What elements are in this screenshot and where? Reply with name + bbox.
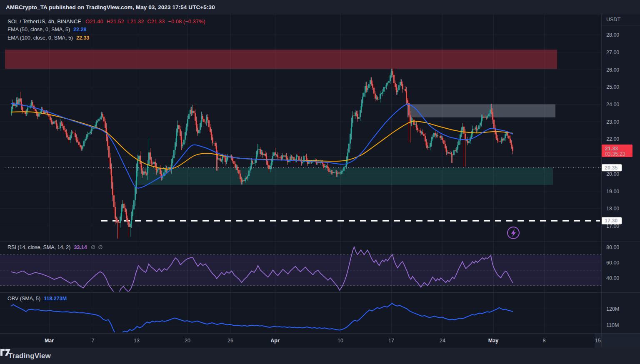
date-label: May bbox=[488, 338, 498, 344]
ema100-label[interactable]: EMA (100, close, 0, SMA, 5) bbox=[8, 35, 73, 41]
ema50-value: 22.28 bbox=[73, 27, 86, 32]
ohlc-change: −0.08 (−0.37%) bbox=[168, 18, 205, 25]
ema50-label[interactable]: EMA (50, close, 0, SMA, 5) bbox=[8, 27, 70, 32]
ema100-line bbox=[11, 112, 513, 169]
level-label-2035: 20.35 bbox=[602, 164, 622, 171]
last-price-label: 21.3303:35:23 bbox=[602, 145, 632, 157]
tradingview-logo-icon[interactable] bbox=[0, 348, 11, 357]
price-tick-label: 27.00 bbox=[606, 50, 619, 55]
rsi-tick-label: 40.00 bbox=[606, 275, 619, 281]
price-tick-label: 22.00 bbox=[606, 136, 619, 142]
price-tick-label: 26.00 bbox=[606, 67, 619, 73]
obv-value: 118.273M bbox=[44, 296, 67, 302]
rsi-value: 33.14 bbox=[74, 244, 87, 250]
lightning-icon bbox=[511, 229, 516, 237]
obv-line bbox=[11, 303, 513, 334]
symbol-title[interactable]: SOL / TetherUS, 4h, BINANCE bbox=[8, 18, 81, 25]
rsi-tick-label: 60.00 bbox=[606, 260, 619, 266]
attribution-bar: AMBCrypto_TA published on TradingView.co… bbox=[0, 0, 640, 15]
rsi-legend[interactable]: RSI (14, close, SMA, 14, 2) 33.14 ∅ ∅ bbox=[8, 244, 102, 250]
branding-bar: TradingView bbox=[0, 348, 640, 364]
red-resistance-zone bbox=[5, 50, 557, 69]
date-label: 26 bbox=[228, 338, 233, 344]
date-label: 24 bbox=[440, 338, 445, 344]
obv-legend[interactable]: OBV (SMA, 5) 118.273M bbox=[8, 296, 67, 302]
attribution-text: AMBCrypto_TA published on TradingView.co… bbox=[6, 4, 215, 10]
date-label: Mar bbox=[45, 338, 54, 344]
obv-tick-label: 120M bbox=[606, 306, 619, 312]
ema50-legend-row[interactable]: EMA (50, close, 0, SMA, 5) 22.28 bbox=[8, 25, 209, 34]
rsi-tick-label: 80.00 bbox=[606, 244, 619, 250]
ohlc-low: L21.32 bbox=[128, 18, 144, 25]
ohlc-high: H21.52 bbox=[107, 18, 124, 25]
date-label: 13 bbox=[134, 338, 140, 344]
symbol-legend-row[interactable]: SOL / TetherUS, 4h, BINANCE O21.40 H21.5… bbox=[8, 17, 209, 25]
rsi-empty-set-icons: ∅ ∅ bbox=[91, 244, 103, 250]
axis-currency-label: USDT bbox=[606, 17, 620, 22]
date-label: 17 bbox=[388, 338, 394, 344]
last-price-value: 21.33 bbox=[605, 146, 618, 152]
date-label: 10 bbox=[338, 338, 343, 344]
svg-text:20.35: 20.35 bbox=[605, 165, 618, 171]
main-legend[interactable]: SOL / TetherUS, 4h, BINANCE O21.40 H21.5… bbox=[8, 17, 209, 42]
date-label: 15 bbox=[595, 338, 601, 344]
level-label-1730: 17.30 bbox=[602, 217, 622, 224]
tradingview-logo-text[interactable]: TradingView bbox=[8, 352, 51, 360]
date-label: Apr bbox=[270, 338, 280, 344]
obv-tick-label: 110M bbox=[606, 322, 619, 328]
rsi-label[interactable]: RSI (14, close, SMA, 14, 2) bbox=[8, 244, 70, 250]
ohlc-close: C21.33 bbox=[147, 18, 165, 25]
time-axis-labels[interactable]: Mar7132026Apr101724May815 bbox=[45, 338, 601, 344]
bar-countdown: 03:35:23 bbox=[605, 151, 625, 157]
price-axis-column[interactable] bbox=[601, 15, 640, 348]
price-tick-label: 18.00 bbox=[606, 206, 619, 212]
obv-label[interactable]: OBV (SMA, 5) bbox=[8, 296, 40, 302]
tradingview-chart-window: USDT28.0027.0026.0025.0024.0023.0022.002… bbox=[0, 0, 640, 364]
chart-canvas: USDT28.0027.0026.0025.0024.0023.0022.002… bbox=[0, 0, 640, 364]
price-tick-label: 28.00 bbox=[606, 32, 619, 38]
date-label: 20 bbox=[185, 338, 190, 344]
lightning-button[interactable] bbox=[508, 227, 519, 239]
date-label: 7 bbox=[92, 338, 95, 344]
svg-text:17.30: 17.30 bbox=[605, 218, 618, 224]
price-tick-label: 25.00 bbox=[606, 84, 619, 90]
ohlc-open: O21.40 bbox=[85, 18, 103, 25]
price-tick-label: 24.00 bbox=[606, 102, 619, 107]
price-tick-label: 19.00 bbox=[606, 189, 619, 194]
price-tick-label: 20.00 bbox=[606, 171, 619, 177]
ema100-value: 22.33 bbox=[76, 35, 89, 41]
candles bbox=[11, 69, 513, 239]
ema100-legend-row[interactable]: EMA (100, close, 0, SMA, 5) 22.33 bbox=[8, 34, 209, 42]
date-label: 8 bbox=[543, 338, 546, 344]
price-tick-label: 23.00 bbox=[606, 119, 619, 125]
